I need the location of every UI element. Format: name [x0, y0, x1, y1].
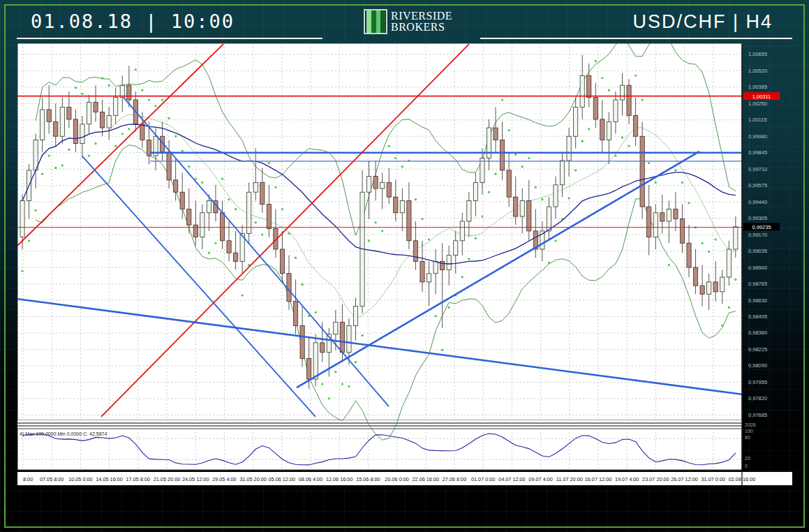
brand-bars-icon — [364, 9, 387, 34]
svg-text:15.06 8:00: 15.06 8:00 — [356, 476, 380, 482]
header-underline-left — [17, 38, 322, 39]
svg-text:31.05 20:00: 31.05 20:00 — [239, 476, 267, 482]
svg-text:1,00655: 1,00655 — [748, 51, 767, 57]
svg-text:0,98090: 0,98090 — [748, 362, 767, 369]
svg-text:31.07 0:00: 31.07 0:00 — [702, 476, 726, 482]
chart-panel: 1,006551,005201,003851,002501,001150,999… — [17, 43, 792, 485]
svg-text:0,99035: 0,99035 — [748, 248, 767, 254]
svg-text:0,98630: 0,98630 — [748, 297, 767, 304]
brand-name-line2: BROKERS — [391, 22, 452, 33]
svg-text:0: 0 — [745, 464, 748, 468]
svg-text:1,00311: 1,00311 — [752, 94, 771, 100]
svg-text:0,97685: 0,97685 — [748, 412, 767, 418]
svg-text:0,99440: 0,99440 — [748, 199, 767, 205]
svg-text:0,98765: 0,98765 — [748, 281, 767, 287]
svg-text:0,97955: 0,97955 — [748, 379, 767, 385]
svg-text:08.06 4:00: 08.06 4:00 — [299, 476, 323, 482]
brand-name: RIVERSIDE BROKERS — [391, 10, 452, 33]
svg-text:10.05 0:00: 10.05 0:00 — [68, 476, 92, 482]
svg-text:1,00250: 1,00250 — [748, 101, 767, 107]
svg-text:22.06 16:00: 22.06 16:00 — [413, 476, 440, 482]
svg-text:0,99710: 0,99710 — [748, 166, 767, 172]
svg-text:1,00385: 1,00385 — [748, 84, 767, 90]
svg-text:0,97820: 0,97820 — [748, 395, 767, 401]
svg-text:8:00: 8:00 — [23, 476, 33, 482]
datetime-display: 01.08.18 | 10:00 — [31, 10, 235, 32]
svg-text:20.06 0:00: 20.06 0:00 — [385, 476, 409, 482]
svg-text:27.06 8:00: 27.06 8:00 — [443, 476, 467, 482]
svg-text:0,99575: 0,99575 — [748, 182, 767, 189]
svg-text:4) Max 100,0000 Min 0,0000 C: 4) Max 100,0000 Min 0,0000 C: 42,5874 — [20, 431, 107, 437]
svg-text:0,99305: 0,99305 — [748, 215, 767, 221]
footer: зона поддержки 0.990-0.992 текущая цена:… — [0, 487, 809, 529]
svg-text:0,98900: 0,98900 — [748, 265, 767, 271]
svg-text:0,99980: 0,99980 — [748, 133, 767, 140]
svg-text:23.07 20:00: 23.07 20:00 — [642, 476, 669, 482]
svg-text:14.05 16:00: 14.05 16:00 — [96, 476, 123, 482]
svg-text:100: 100 — [745, 429, 753, 434]
svg-text:19.07 4:00: 19.07 4:00 — [615, 476, 639, 482]
svg-text:0,99170: 0,99170 — [748, 232, 767, 238]
header-underline-right — [480, 38, 792, 39]
svg-text:05.06 12:00: 05.06 12:00 — [269, 476, 296, 482]
svg-text:11.07 20:00: 11.07 20:00 — [556, 476, 583, 482]
svg-text:16.07 12:00: 16.07 12:00 — [585, 476, 612, 482]
svg-text:26.07 12:00: 26.07 12:00 — [671, 476, 698, 482]
svg-text:1,00115: 1,00115 — [748, 117, 767, 123]
svg-text:24.05 12:00: 24.05 12:00 — [182, 476, 209, 482]
svg-text:0,99845: 0,99845 — [748, 149, 767, 156]
svg-text:21.05 20:00: 21.05 20:00 — [154, 476, 181, 482]
brand-logo: RIVERSIDE BROKERS — [364, 9, 452, 34]
svg-text:20: 20 — [745, 456, 750, 461]
svg-text:0,98225: 0,98225 — [748, 346, 767, 353]
svg-text:12.06 16:00: 12.06 16:00 — [326, 476, 353, 482]
brand-name-line1: RIVERSIDE — [391, 10, 452, 22]
symbol-timeframe-display: USD/CHF | H4 — [632, 11, 773, 33]
svg-text:2028: 2028 — [745, 422, 756, 427]
svg-text:29.05 4:00: 29.05 4:00 — [212, 476, 237, 482]
price-chart: 1,006551,005201,003851,002501,001150,999… — [17, 43, 792, 485]
svg-text:1,00520: 1,00520 — [748, 68, 767, 74]
svg-text:07.05 8:00: 07.05 8:00 — [40, 476, 64, 482]
svg-text:0,98360: 0,98360 — [748, 330, 767, 336]
svg-text:17.05 8:00: 17.05 8:00 — [126, 476, 151, 482]
svg-text:01.07 0:00: 01.07 0:00 — [471, 476, 496, 482]
svg-text:80: 80 — [745, 435, 750, 440]
svg-text:0,98495: 0,98495 — [748, 313, 767, 320]
svg-text:0,99235: 0,99235 — [752, 224, 771, 230]
trading-dashboard: 01.08.18 | 10:00 RIVERSIDE BROKERS USD/C… — [0, 0, 809, 532]
svg-text:09.07 4:00: 09.07 4:00 — [528, 476, 553, 482]
svg-text:04.07 12:00: 04.07 12:00 — [498, 476, 526, 482]
